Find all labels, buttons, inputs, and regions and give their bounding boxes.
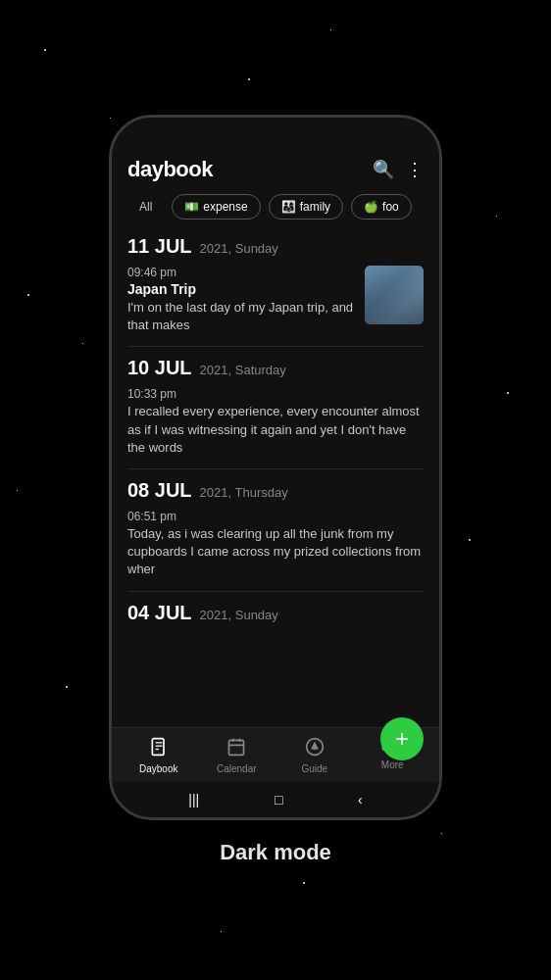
divider-1	[127, 346, 424, 347]
svg-rect-4	[229, 740, 244, 755]
date-10jul-info: 2021, Saturday	[200, 363, 286, 377]
sys-nav-recents[interactable]: |||	[188, 792, 199, 808]
filter-chip-food[interactable]: 🍏 foo	[351, 194, 412, 220]
filter-chip-family[interactable]: 👨‍👩‍👧 family	[269, 194, 343, 220]
entry-time-08jul: 06:51 pm	[127, 510, 424, 523]
nav-icon-calendar	[226, 737, 246, 761]
divider-2	[127, 468, 424, 469]
phone-wrapper: daybook 🔍 ⋮ All 💵 expense 👨‍👩‍👧 family	[109, 115, 442, 865]
nav-label-more: More	[381, 760, 404, 770]
entry-title-11jul: Japan Trip	[127, 281, 357, 297]
nav-label-daybook: Daybook	[139, 763, 177, 774]
filter-label-expense: expense	[203, 200, 247, 214]
search-icon[interactable]: 🔍	[373, 159, 394, 180]
svg-rect-0	[152, 738, 164, 755]
date-header-04jul: 04 JUL 2021, Sunday	[127, 602, 424, 624]
entry-thumbnail-image-11jul	[365, 266, 424, 324]
filter-chip-all[interactable]: All	[127, 195, 164, 219]
filter-label-family: family	[300, 200, 330, 214]
nav-icon-guide	[305, 737, 325, 761]
date-08jul-info: 2021, Thursday	[200, 485, 288, 500]
entries-list: 11 JUL 2021, Sunday 09:46 pm Japan Trip …	[112, 231, 439, 727]
nav-item-calendar[interactable]: Calendar	[198, 737, 276, 774]
nav-label-guide: Guide	[301, 763, 327, 774]
add-entry-button[interactable]: +	[380, 717, 424, 760]
app-content: daybook 🔍 ⋮ All 💵 expense 👨‍👩‍👧 family	[112, 145, 439, 782]
entry-thumbnail-11jul	[365, 266, 424, 324]
nav-icon-daybook	[149, 737, 169, 761]
date-11jul-day: 11 JUL	[127, 235, 192, 258]
more-icon[interactable]: ⋮	[406, 159, 424, 180]
date-11jul-info: 2021, Sunday	[200, 241, 278, 256]
header-icons: 🔍 ⋮	[373, 159, 424, 180]
filter-label-all: All	[139, 200, 152, 214]
sys-nav-home[interactable]: □	[275, 792, 282, 808]
date-header-11jul: 11 JUL 2021, Sunday	[127, 235, 424, 258]
sys-nav-back[interactable]: ‹	[358, 792, 363, 808]
entry-time-11jul: 09:46 pm	[127, 266, 357, 279]
phone-device: daybook 🔍 ⋮ All 💵 expense 👨‍👩‍👧 family	[109, 115, 442, 820]
filter-label-food: foo	[382, 200, 399, 214]
filter-emoji-family: 👨‍👩‍👧	[281, 200, 296, 214]
header: daybook 🔍 ⋮	[112, 145, 439, 190]
divider-3	[127, 591, 424, 592]
status-bar	[112, 118, 439, 145]
entry-08jul[interactable]: 06:51 pm Today, as i was clearing up all…	[127, 510, 424, 579]
nav-item-daybook[interactable]: Daybook	[120, 737, 198, 774]
filter-chip-expense[interactable]: 💵 expense	[172, 194, 260, 220]
filter-emoji-expense: 💵	[184, 200, 199, 214]
entry-content-11jul: 09:46 pm Japan Trip I'm on the last day …	[127, 266, 365, 334]
entry-10jul[interactable]: 10:33 pm I recalled every experience, ev…	[127, 387, 424, 457]
entry-text-10jul: I recalled every experience, every encou…	[127, 403, 424, 457]
nav-item-guide[interactable]: Guide	[276, 737, 354, 774]
entry-text-11jul: I'm on the last day of my Japan trip, an…	[127, 299, 357, 334]
date-04jul-info: 2021, Sunday	[200, 608, 278, 622]
date-04jul-day: 04 JUL	[127, 602, 192, 624]
entry-time-10jul: 10:33 pm	[127, 387, 424, 401]
dark-mode-label: Dark mode	[220, 840, 331, 865]
entry-11jul[interactable]: 09:46 pm Japan Trip I'm on the last day …	[127, 266, 424, 334]
date-08jul-day: 08 JUL	[127, 479, 192, 502]
app-title: daybook	[127, 157, 213, 182]
svg-marker-9	[312, 743, 317, 748]
filter-emoji-food: 🍏	[364, 200, 378, 214]
date-10jul-day: 10 JUL	[127, 357, 192, 379]
nav-label-calendar: Calendar	[217, 763, 257, 774]
date-header-08jul: 08 JUL 2021, Thursday	[127, 479, 424, 502]
filter-bar: All 💵 expense 👨‍👩‍👧 family 🍏 foo	[112, 190, 439, 231]
date-header-10jul: 10 JUL 2021, Saturday	[127, 357, 424, 379]
entry-text-08jul: Today, as i was clearing up all the junk…	[127, 525, 424, 579]
system-nav: ||| □ ‹	[112, 782, 439, 817]
